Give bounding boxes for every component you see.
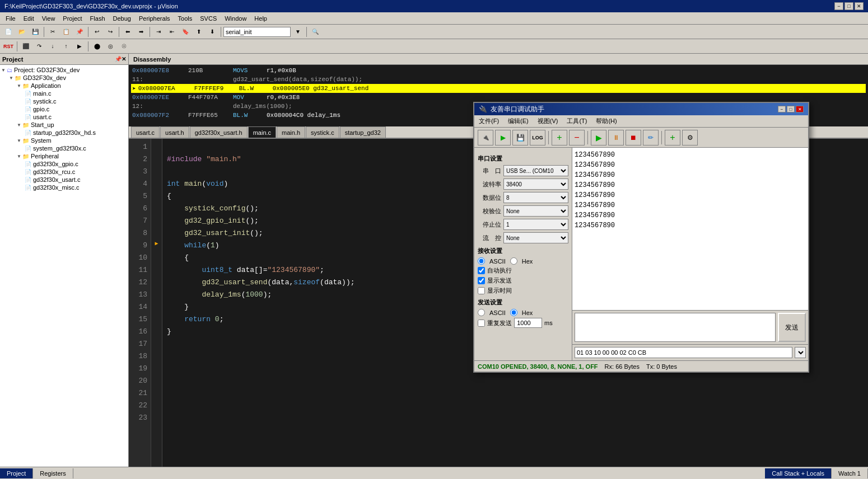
parity-select[interactable]: None <box>503 205 568 217</box>
back-btn[interactable]: ⬅ <box>122 26 134 37</box>
cut-btn[interactable]: ✂ <box>46 26 59 37</box>
serial-menu-help[interactable]: 帮助(H) <box>591 116 621 126</box>
serial-menu-file[interactable]: 文件(F) <box>474 116 503 126</box>
serial-minus-btn[interactable]: − <box>569 130 585 145</box>
show-send-check[interactable] <box>478 277 485 284</box>
breakpoint-btn[interactable]: ⬤ <box>91 41 103 52</box>
serial-add-btn[interactable]: + <box>552 130 567 145</box>
tree-main-c[interactable]: 📄 main.c <box>1 90 127 97</box>
serial-open-btn[interactable]: 🔌 <box>478 130 493 145</box>
auto-exec-check[interactable] <box>478 267 485 274</box>
maximize-button[interactable]: □ <box>844 2 853 10</box>
serial-hex-input[interactable] <box>575 347 792 358</box>
reset-btn[interactable]: RST <box>2 41 15 52</box>
tab-callstack[interactable]: Call Stack + Locals <box>765 468 832 478</box>
tab-main-c[interactable]: main.c <box>248 126 276 138</box>
tab-systick-c[interactable]: systick.c <box>306 126 339 138</box>
step-over-btn[interactable]: ↷ <box>33 41 45 52</box>
clear-bp-btn[interactable]: ☉ <box>118 41 130 52</box>
menu-svcs[interactable]: SVCS <box>197 14 220 23</box>
tab-project[interactable]: Project <box>0 468 33 478</box>
serial-log-btn[interactable]: LOG <box>530 130 545 145</box>
tab-watch1[interactable]: Watch 1 <box>832 468 868 478</box>
find-btn[interactable]: 🔍 <box>309 26 321 37</box>
enable-bp-btn[interactable]: ◎ <box>104 41 116 52</box>
bookmark-btn[interactable]: 🔖 <box>179 26 192 37</box>
prev-bookmark-btn[interactable]: ⬆ <box>193 26 205 37</box>
repeat-interval-input[interactable] <box>514 318 542 328</box>
serial-minimize-btn[interactable]: − <box>778 106 786 112</box>
repeat-check[interactable] <box>478 320 485 327</box>
serial-hex-select[interactable]: ▼ <box>795 347 806 358</box>
show-time-check[interactable] <box>478 287 485 294</box>
outdent-btn[interactable]: ⇤ <box>166 26 178 37</box>
baud-select[interactable]: 38400 <box>503 179 568 190</box>
tree-startup-file[interactable]: 📄 startup_gd32f30x_hd.s <box>1 129 127 137</box>
tree-misc-c[interactable]: 📄 gd32f30x_misc.c <box>1 184 127 191</box>
serial-settings-btn[interactable]: ⚙ <box>682 130 698 145</box>
tree-systick-c[interactable]: 📄 systick.c <box>1 97 127 105</box>
menu-edit[interactable]: Edit <box>20 14 38 23</box>
save-btn[interactable]: 💾 <box>29 26 41 37</box>
indent-btn[interactable]: ⇥ <box>152 26 165 37</box>
serial-script-btn[interactable]: ✏ <box>643 130 659 145</box>
open-btn[interactable]: 📂 <box>16 26 28 37</box>
close-button[interactable]: ✕ <box>855 2 864 10</box>
tx-hex-radio[interactable] <box>510 309 517 316</box>
tree-usart-c[interactable]: 📄 usart.c <box>1 113 127 121</box>
tab-main-h[interactable]: main.h <box>277 126 305 138</box>
tab-startup[interactable]: startup_gd32 <box>340 126 386 138</box>
tab-usart-h[interactable]: usart.h <box>160 126 189 138</box>
menu-peripherals[interactable]: Peripherals <box>136 14 174 23</box>
menu-file[interactable]: File <box>2 14 19 23</box>
tree-gpio-c[interactable]: 📄 gpio.c <box>1 105 127 113</box>
menu-tools[interactable]: Tools <box>175 14 196 23</box>
serial-run-btn[interactable]: ▶ <box>495 130 511 145</box>
tree-system[interactable]: ▼ 📁 System <box>1 137 127 144</box>
new-btn[interactable]: 📄 <box>2 26 15 37</box>
tree-gd32[interactable]: ▼ 📁 GD32F30x_dev <box>1 74 127 82</box>
rx-ascii-radio[interactable] <box>478 257 485 265</box>
target-options-btn[interactable]: ▼ <box>292 26 304 37</box>
debug-start-btn[interactable]: ⬛ <box>20 41 32 52</box>
menu-help[interactable]: Help <box>251 14 270 23</box>
tree-startup[interactable]: ▼ 📁 Start_up <box>1 121 127 129</box>
redo-btn[interactable]: ↪ <box>104 26 116 37</box>
minimize-button[interactable]: − <box>834 2 843 10</box>
serial-save-btn[interactable]: 💾 <box>512 130 528 145</box>
serial-menu-view[interactable]: 视图(V) <box>533 116 563 126</box>
tab-gd32usart-h[interactable]: gd32f30x_usart.h <box>190 126 248 138</box>
port-select[interactable]: USB Se... (COM10 <box>503 165 568 176</box>
databits-select[interactable]: 8 <box>503 192 568 203</box>
run-to-cursor-btn[interactable]: ▶ <box>73 41 86 52</box>
forward-btn[interactable]: ➡ <box>135 26 147 37</box>
tab-usart-c[interactable]: usart.c <box>131 126 160 138</box>
menu-flash[interactable]: Flash <box>87 14 109 23</box>
serial-menu-edit[interactable]: 编辑(E) <box>503 116 533 126</box>
undo-btn[interactable]: ↩ <box>91 26 103 37</box>
menu-window[interactable]: Window <box>221 14 250 23</box>
target-input[interactable] <box>223 27 291 37</box>
serial-add2-btn[interactable]: + <box>665 130 680 145</box>
next-bookmark-btn[interactable]: ⬇ <box>206 26 218 37</box>
serial-send-input[interactable] <box>575 313 776 342</box>
tree-application[interactable]: ▼ 📁 Application <box>1 82 127 90</box>
tree-gpio-c2[interactable]: 📄 gd32f30x_gpio.c <box>1 160 127 168</box>
tx-ascii-radio[interactable] <box>478 309 485 316</box>
paste-btn[interactable]: 📌 <box>73 26 86 37</box>
tree-peripheral[interactable]: ▼ 📁 Peripheral <box>1 152 127 160</box>
menu-debug[interactable]: Debug <box>110 14 134 23</box>
tab-registers[interactable]: Registers <box>33 468 73 478</box>
serial-close-btn[interactable]: ✕ <box>796 106 804 112</box>
copy-btn[interactable]: 📋 <box>60 26 72 37</box>
serial-pause-btn[interactable]: ⏸ <box>608 130 624 145</box>
tree-system-c[interactable]: 📄 system_gd32f30x.c <box>1 144 127 152</box>
tree-rcu-c[interactable]: 📄 gd32f30x_rcu.c <box>1 168 127 176</box>
serial-menu-tools[interactable]: 工具(T) <box>562 116 591 126</box>
serial-play-btn[interactable]: ▶ <box>591 130 606 145</box>
serial-maximize-btn[interactable]: □ <box>787 106 795 112</box>
tree-usart-c2[interactable]: 📄 gd32f30x_usart.c <box>1 176 127 184</box>
menu-project[interactable]: Project <box>59 14 85 23</box>
stopbits-select[interactable]: 1 <box>503 219 568 230</box>
serial-stop-btn[interactable]: ⏹ <box>626 130 641 145</box>
